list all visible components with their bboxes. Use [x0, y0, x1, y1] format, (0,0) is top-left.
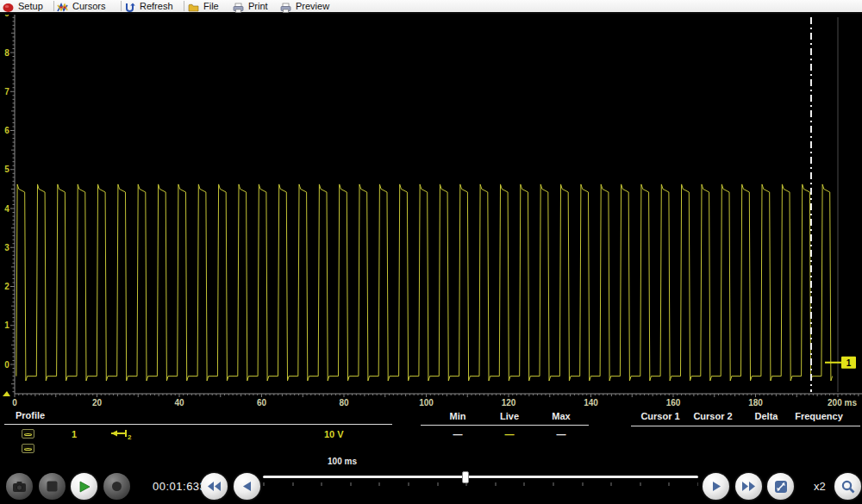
y-tick-label: 1 — [4, 320, 9, 330]
min-value: — — [453, 429, 463, 439]
y-tick-label: 4 — [4, 204, 9, 214]
timeline-ticks — [263, 482, 698, 486]
play-button[interactable] — [71, 473, 97, 500]
y-tick-label: 6 — [4, 126, 9, 135]
y-tick-label: 8 — [4, 48, 9, 58]
divider — [421, 425, 589, 426]
menu-item-file[interactable]: File — [188, 0, 219, 12]
cursors-icon — [57, 1, 68, 11]
menu-separator — [53, 1, 54, 11]
x-tick-label: 120 — [502, 398, 516, 408]
zoom-factor-label: x2 — [814, 480, 826, 493]
fast-forward-button[interactable] — [735, 473, 762, 500]
timeline-slider[interactable] — [263, 476, 698, 478]
channel-2-visibility-icon[interactable] — [22, 444, 34, 453]
menu-label-setup: Setup — [18, 0, 43, 12]
col-header-max: Max — [552, 411, 570, 421]
channel-1-visibility-icon[interactable] — [22, 429, 34, 439]
x-tick-label: 160 — [666, 398, 681, 408]
menu-label-refresh: Refresh — [140, 0, 173, 12]
menu-separator — [121, 1, 122, 11]
menu-item-setup[interactable]: Setup — [3, 0, 43, 12]
oscilloscope-app: Setup Cursors Refresh File Pr — [0, 0, 862, 504]
timeline-thumb[interactable] — [462, 471, 469, 483]
y-tick-label: 5 — [4, 165, 9, 174]
trigger-marker-icon: 2 — [109, 428, 133, 440]
channel-number: 1 — [72, 429, 77, 439]
x-tick-label: 100 — [419, 398, 434, 408]
waveform-channel-1 — [16, 184, 833, 381]
col-header-live: Live — [500, 411, 519, 421]
col-header-cursor1: Cursor 1 — [640, 411, 679, 421]
menu-item-refresh[interactable]: Refresh — [124, 0, 173, 12]
menu-separator — [184, 1, 184, 11]
x-tick-label: 20 — [92, 398, 103, 408]
col-header-delta: Delta — [755, 411, 778, 421]
menu-item-preview[interactable]: Preview — [280, 0, 329, 12]
channel-marker-label: 1 — [846, 358, 852, 368]
menu-item-print[interactable]: Print — [233, 0, 268, 12]
rewind-button[interactable] — [201, 473, 228, 500]
step-forward-button[interactable] — [703, 473, 729, 500]
menu-label-preview: Preview — [296, 0, 329, 12]
preview-icon — [280, 1, 291, 11]
record-button[interactable] — [103, 473, 130, 500]
profile-header: Profile — [16, 410, 45, 420]
divider — [4, 424, 392, 425]
x-tick-label: 60 — [257, 398, 267, 408]
y-tick-label: 0 — [4, 360, 9, 370]
col-header-frequency: Frequency — [795, 411, 843, 421]
step-back-button[interactable] — [234, 473, 260, 500]
y-tick-label: 9 — [4, 15, 9, 18]
svg-text:2: 2 — [128, 433, 132, 440]
voltage-range: 10 V — [324, 429, 344, 439]
ground-marker — [3, 391, 10, 396]
timebase-label: 100 ms — [328, 457, 357, 466]
folder-icon — [188, 1, 199, 11]
divider — [631, 426, 860, 426]
x-tick-label: 140 — [584, 398, 598, 408]
y-tick-label: 3 — [4, 243, 9, 252]
menu-label-cursors: Cursors — [72, 0, 106, 12]
app-icon — [3, 1, 14, 11]
refresh-icon — [124, 1, 135, 11]
time-display: 00:01:633 — [153, 480, 206, 493]
camera-button[interactable] — [6, 473, 33, 500]
live-value: — — [505, 429, 515, 439]
printer-icon — [233, 1, 244, 11]
col-header-min: Min — [450, 411, 466, 421]
y-tick-label: 7 — [4, 87, 9, 96]
expand-view-button[interactable] — [767, 473, 794, 500]
col-header-cursor2: Cursor 2 — [693, 411, 732, 421]
menu-item-cursors[interactable]: Cursors — [57, 0, 106, 12]
x-tick-label: 0 — [12, 398, 17, 408]
stop-button[interactable] — [39, 473, 66, 500]
menu-bar: Setup Cursors Refresh File Pr — [0, 0, 862, 14]
x-tick-label: 200 ms — [828, 398, 857, 408]
magnifier-button[interactable] — [834, 473, 861, 500]
x-tick-label: 180 — [748, 398, 763, 408]
y-tick-label: 2 — [4, 282, 9, 291]
menu-label-print: Print — [248, 0, 268, 12]
scope-plot[interactable]: 0123456789020406080100120140160180200 ms… — [0, 15, 862, 409]
max-value: — — [557, 429, 566, 439]
menu-label-file: File — [203, 0, 219, 12]
x-tick-label: 80 — [339, 398, 349, 408]
x-tick-label: 40 — [174, 398, 184, 408]
